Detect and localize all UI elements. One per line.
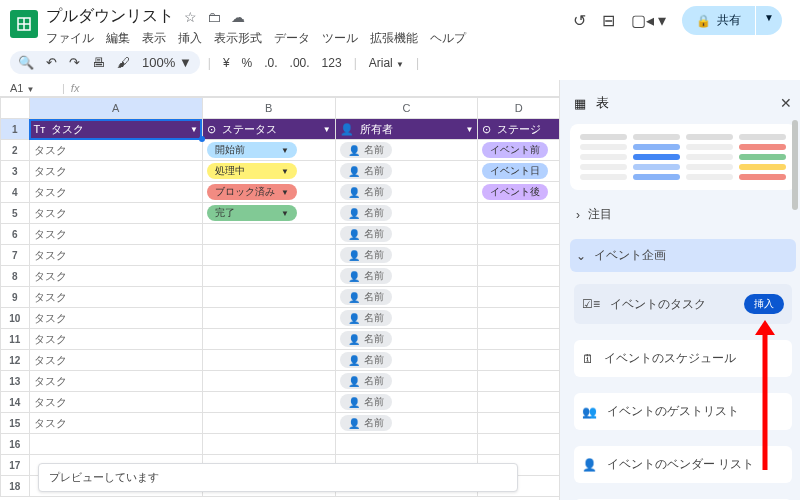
accordion-featured[interactable]: ›注目 xyxy=(570,198,796,231)
star-icon[interactable]: ☆ xyxy=(184,9,197,25)
owner-chip[interactable]: 👤名前 xyxy=(340,142,392,158)
owner-cell[interactable]: 👤名前 xyxy=(335,224,478,245)
currency-button[interactable]: ¥ xyxy=(219,54,234,72)
row-header[interactable]: 1 xyxy=(1,119,30,140)
font-select[interactable]: Arial ▼ xyxy=(365,54,408,72)
history-icon[interactable]: ↺ xyxy=(573,11,586,30)
share-dropdown[interactable]: ▼ xyxy=(756,6,782,35)
status-cell[interactable]: 処理中▼ xyxy=(202,161,335,182)
corner-cell[interactable] xyxy=(1,98,30,119)
stage-cell[interactable]: イベント前 xyxy=(478,140,559,161)
menu-extensions[interactable]: 拡張機能 xyxy=(370,30,418,47)
name-box[interactable]: A1 ▼ xyxy=(10,82,56,94)
task-cell[interactable]: タスク xyxy=(29,140,202,161)
owner-cell[interactable]: 👤名前 xyxy=(335,413,478,434)
col-header-d[interactable]: D xyxy=(478,98,559,119)
status-cell[interactable]: ブロック済み▼ xyxy=(202,182,335,203)
status-cell[interactable] xyxy=(202,434,335,455)
accordion-event[interactable]: ⌄イベント企画 xyxy=(570,239,796,272)
task-cell[interactable]: タスク xyxy=(29,182,202,203)
task-cell[interactable]: タスク xyxy=(29,203,202,224)
template-item[interactable]: 👥 イベントのゲストリスト xyxy=(574,393,792,430)
redo-icon[interactable]: ↷ xyxy=(69,55,80,70)
status-cell[interactable] xyxy=(202,287,335,308)
stage-cell[interactable] xyxy=(478,392,559,413)
menu-help[interactable]: ヘルプ xyxy=(430,30,466,47)
owner-chip[interactable]: 👤名前 xyxy=(340,247,392,263)
row-header[interactable]: 14 xyxy=(1,392,30,413)
row-header[interactable]: 18 xyxy=(1,476,30,497)
search-icon[interactable]: 🔍 xyxy=(18,55,34,70)
owner-chip[interactable]: 👤名前 xyxy=(340,205,392,221)
task-cell[interactable]: タスク xyxy=(29,245,202,266)
stage-cell[interactable]: イベント後 xyxy=(478,182,559,203)
status-chip[interactable]: 処理中▼ xyxy=(207,163,297,179)
status-cell[interactable] xyxy=(202,413,335,434)
menu-edit[interactable]: 編集 xyxy=(106,30,130,47)
owner-cell[interactable]: 👤名前 xyxy=(335,266,478,287)
owner-cell[interactable]: 👤名前 xyxy=(335,329,478,350)
stage-cell[interactable] xyxy=(478,413,559,434)
status-cell[interactable]: 開始前▼ xyxy=(202,140,335,161)
meet-icon[interactable]: ▢◂ ▾ xyxy=(631,11,666,30)
status-cell[interactable] xyxy=(202,308,335,329)
row-header[interactable]: 13 xyxy=(1,371,30,392)
owner-chip[interactable]: 👤名前 xyxy=(340,352,392,368)
stage-cell[interactable] xyxy=(478,371,559,392)
insert-button[interactable]: 挿入 xyxy=(744,294,784,314)
spreadsheet-grid[interactable]: A B C D 1 Tтタスク▼ ⊙ステータス▼ 👤所有者▼ ⊙ステージ 2タス… xyxy=(0,97,559,497)
row-header[interactable]: 10 xyxy=(1,308,30,329)
menu-insert[interactable]: 挿入 xyxy=(178,30,202,47)
stage-chip[interactable]: イベント後 xyxy=(482,184,548,200)
stage-cell[interactable] xyxy=(478,329,559,350)
menu-tools[interactable]: ツール xyxy=(322,30,358,47)
row-header[interactable]: 16 xyxy=(1,434,30,455)
task-cell[interactable]: タスク xyxy=(29,413,202,434)
owner-chip[interactable]: 👤名前 xyxy=(340,268,392,284)
status-cell[interactable] xyxy=(202,371,335,392)
row-header[interactable]: 17 xyxy=(1,455,30,476)
menu-file[interactable]: ファイル xyxy=(46,30,94,47)
owner-chip[interactable]: 👤名前 xyxy=(340,394,392,410)
template-item[interactable]: 🗓 イベントのスケジュール xyxy=(574,340,792,377)
status-cell[interactable] xyxy=(202,329,335,350)
owner-cell[interactable]: 👤名前 xyxy=(335,350,478,371)
task-cell[interactable]: タスク xyxy=(29,392,202,413)
menu-format[interactable]: 表示形式 xyxy=(214,30,262,47)
zoom-select[interactable]: 100% ▼ xyxy=(142,55,192,70)
status-chip[interactable]: 完了▼ xyxy=(207,205,297,221)
owner-cell[interactable]: 👤名前 xyxy=(335,287,478,308)
stage-cell[interactable] xyxy=(478,245,559,266)
owner-chip[interactable]: 👤名前 xyxy=(340,415,392,431)
doc-title[interactable]: プルダウンリスト xyxy=(46,6,174,27)
stage-cell[interactable] xyxy=(478,308,559,329)
col-header-c[interactable]: C xyxy=(335,98,478,119)
col-header-a[interactable]: A xyxy=(29,98,202,119)
paint-icon[interactable]: 🖌 xyxy=(117,55,130,70)
decimal-inc-button[interactable]: .00. xyxy=(286,54,314,72)
owner-chip[interactable]: 👤名前 xyxy=(340,373,392,389)
task-cell[interactable]: タスク xyxy=(29,266,202,287)
row-header[interactable]: 12 xyxy=(1,350,30,371)
status-cell[interactable] xyxy=(202,224,335,245)
stage-cell[interactable] xyxy=(478,350,559,371)
status-cell[interactable] xyxy=(202,266,335,287)
stage-cell[interactable] xyxy=(478,224,559,245)
row-header[interactable]: 7 xyxy=(1,245,30,266)
task-cell[interactable]: タスク xyxy=(29,224,202,245)
row-header[interactable]: 15 xyxy=(1,413,30,434)
task-cell[interactable]: タスク xyxy=(29,350,202,371)
task-cell[interactable]: タスク xyxy=(29,371,202,392)
table-header-cell[interactable]: 👤所有者▼ xyxy=(335,119,478,140)
stage-chip[interactable]: イベント日 xyxy=(482,163,548,179)
percent-button[interactable]: % xyxy=(238,54,257,72)
owner-chip[interactable]: 👤名前 xyxy=(340,184,392,200)
status-chip[interactable]: ブロック済み▼ xyxy=(207,184,297,200)
stage-cell[interactable] xyxy=(478,203,559,224)
owner-cell[interactable]: 👤名前 xyxy=(335,392,478,413)
row-header[interactable]: 4 xyxy=(1,182,30,203)
owner-chip[interactable]: 👤名前 xyxy=(340,163,392,179)
owner-cell[interactable]: 👤名前 xyxy=(335,161,478,182)
decimal-dec-button[interactable]: .0. xyxy=(260,54,281,72)
row-header[interactable]: 9 xyxy=(1,287,30,308)
